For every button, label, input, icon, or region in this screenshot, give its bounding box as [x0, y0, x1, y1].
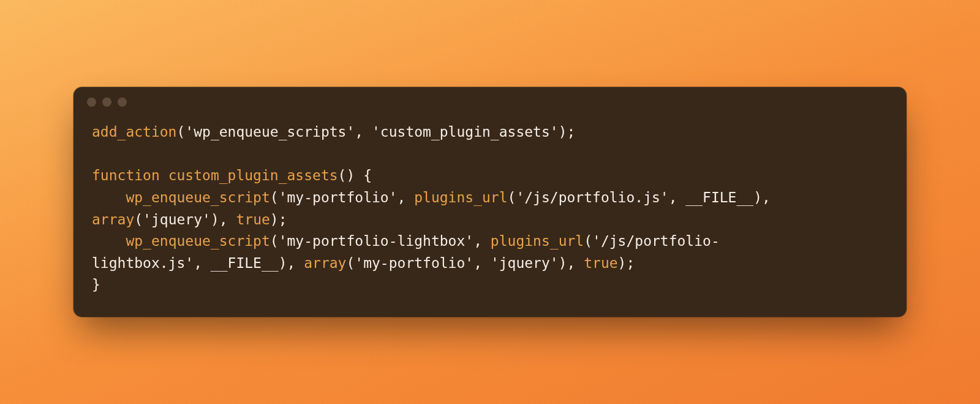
- code-token: ),: [559, 255, 584, 271]
- code-token: () {: [338, 167, 372, 183]
- code-token: 'jquery': [491, 255, 559, 271]
- code-token: plugins_url: [491, 233, 584, 249]
- traffic-light-min-icon: [102, 97, 111, 107]
- code-token: function: [92, 167, 160, 183]
- code-token: true: [584, 255, 617, 271]
- code-token: plugins_url: [414, 189, 507, 205]
- code-token: wp_enqueue_script: [126, 233, 270, 249]
- code-token: 'my-portfolio': [279, 189, 398, 205]
- code-token: );: [559, 124, 576, 140]
- titlebar: [74, 87, 907, 118]
- code-window: add_action('wp_enqueue_scripts', 'custom…: [74, 87, 907, 317]
- code-token: (: [176, 124, 185, 140]
- code-token: ,: [398, 189, 415, 205]
- code-token: , __FILE__),: [194, 255, 304, 271]
- code-token: custom_plugin_assets: [168, 167, 338, 183]
- code-token: (: [584, 233, 592, 249]
- code-token: 'my-portfolio-lightbox': [279, 233, 474, 249]
- code-token: add_action: [92, 124, 176, 140]
- code-token: (: [270, 233, 279, 249]
- code-token: true: [236, 212, 270, 227]
- code-token: (: [270, 189, 279, 205]
- code-token: );: [618, 255, 635, 271]
- code-token: [92, 189, 126, 205]
- code-token: array: [304, 255, 346, 271]
- code-token: ,: [355, 124, 372, 140]
- traffic-light-close-icon: [87, 97, 96, 107]
- code-token: ,: [473, 233, 491, 249]
- code-token: , __FILE__),: [669, 189, 779, 205]
- traffic-light-max-icon: [118, 97, 127, 107]
- code-token: wp_enqueue_script: [126, 189, 270, 205]
- code-token: [160, 167, 168, 183]
- code-token: '/js/portfolio-: [592, 233, 720, 249]
- code-token: (: [508, 189, 516, 205]
- code-token: lightbox.js': [92, 255, 194, 271]
- code-token: 'custom_plugin_assets': [372, 124, 559, 140]
- code-block: add_action('wp_enqueue_scripts', 'custom…: [74, 118, 907, 317]
- code-token: [92, 233, 126, 249]
- code-token: 'wp_enqueue_scripts': [185, 124, 355, 140]
- code-token: (: [134, 212, 143, 227]
- code-token: );: [270, 212, 287, 227]
- code-token: '/js/portfolio.js': [516, 189, 668, 205]
- code-token: 'my-portfolio': [355, 255, 473, 271]
- code-token: }: [92, 276, 100, 292]
- code-token: array: [92, 212, 134, 227]
- code-token: ),: [211, 212, 236, 227]
- code-token: 'jquery': [143, 212, 211, 227]
- code-token: (: [346, 255, 355, 271]
- code-token: ,: [473, 255, 491, 271]
